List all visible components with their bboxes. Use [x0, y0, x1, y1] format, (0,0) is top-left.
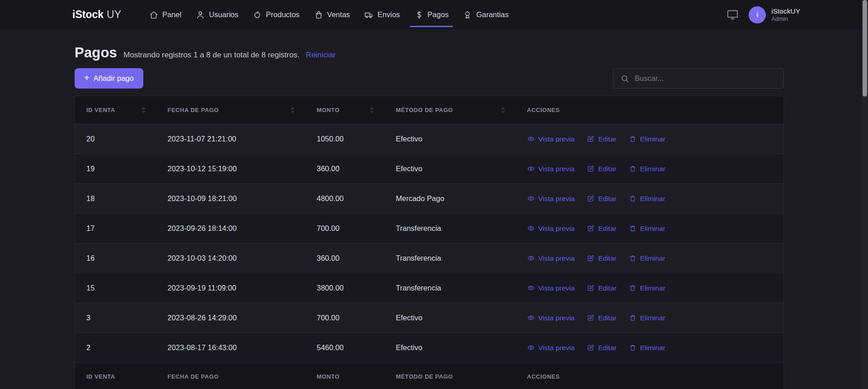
nav-item-envios[interactable]: Envios	[357, 0, 407, 29]
nav-item-ventas[interactable]: Ventas	[307, 0, 357, 29]
brand-logo[interactable]: iStock UY	[72, 9, 121, 21]
cell-acciones: Vista previaEditarEliminar	[516, 214, 784, 244]
action-label: Vista previa	[538, 165, 575, 173]
action-editar[interactable]: Editar	[587, 135, 617, 143]
action-editar[interactable]: Editar	[587, 165, 617, 173]
action-editar[interactable]: Editar	[587, 254, 617, 262]
apple-icon	[253, 10, 262, 19]
user-meta: iStockUY Admin	[771, 7, 800, 23]
column-header-monto[interactable]: MONTO	[306, 96, 385, 124]
add-payment-label: Añadir pago	[94, 74, 134, 83]
action-vista-previa[interactable]: Vista previa	[527, 165, 575, 173]
navbar-right: i iStockUY Admin	[726, 6, 800, 23]
nav-item-label: Usuarios	[209, 10, 238, 19]
sort-icon	[369, 105, 375, 115]
table-row: 202023-11-07 21:21:001050.00EfectivoVist…	[75, 124, 784, 154]
trash-icon	[629, 225, 637, 232]
reset-link[interactable]: Reiniciar	[306, 51, 335, 60]
nav-item-label: Panel	[162, 10, 181, 19]
sort-icon	[290, 105, 296, 115]
user-icon	[196, 10, 205, 19]
nav-item-garantias[interactable]: Garantias	[456, 0, 516, 29]
nav-item-label: Envios	[377, 10, 400, 19]
action-eliminar[interactable]: Eliminar	[629, 195, 665, 203]
cell-metodo-de-pago: Mercado Pago	[385, 184, 516, 214]
cell-acciones: Vista previaEditarEliminar	[516, 124, 784, 154]
action-editar[interactable]: Editar	[587, 284, 617, 292]
action-label: Vista previa	[538, 254, 575, 262]
action-editar[interactable]: Editar	[587, 195, 617, 203]
nav-item-pagos[interactable]: Pagos	[407, 0, 456, 29]
nav-item-label: Ventas	[327, 10, 350, 19]
cell-acciones: Vista previaEditarEliminar	[516, 303, 784, 333]
avatar-letter: i	[756, 11, 758, 19]
action-vista-previa[interactable]: Vista previa	[527, 225, 575, 233]
cell-monto: 4800.00	[306, 184, 385, 214]
action-eliminar[interactable]: Eliminar	[629, 135, 665, 143]
cell-fecha-de-pago: 2023-09-26 18:14:00	[156, 214, 306, 244]
action-editar[interactable]: Editar	[587, 344, 617, 352]
cell-id-venta: 20	[75, 124, 156, 154]
action-vista-previa[interactable]: Vista previa	[527, 254, 575, 262]
column-header-id-venta[interactable]: ID VENTA	[75, 96, 156, 124]
search-input[interactable]	[635, 74, 777, 83]
action-label: Eliminar	[640, 195, 665, 203]
cell-id-venta: 18	[75, 184, 156, 214]
edit-icon	[587, 254, 594, 262]
action-vista-previa[interactable]: Vista previa	[527, 135, 575, 143]
action-eliminar[interactable]: Eliminar	[629, 254, 665, 262]
action-eliminar[interactable]: Eliminar	[629, 284, 665, 292]
table-body: 202023-11-07 21:21:001050.00EfectivoVist…	[75, 124, 784, 363]
search-icon	[620, 74, 629, 83]
eye-icon	[527, 344, 535, 352]
action-vista-previa[interactable]: Vista previa	[527, 284, 575, 292]
action-vista-previa[interactable]: Vista previa	[527, 195, 575, 203]
column-label: MÉTODO DE PAGO	[396, 373, 453, 380]
scrollbar-thumb[interactable]	[863, 0, 867, 97]
action-vista-previa[interactable]: Vista previa	[527, 344, 575, 352]
action-eliminar[interactable]: Eliminar	[629, 344, 665, 352]
cell-fecha-de-pago: 2023-08-26 14:29:00	[156, 303, 306, 333]
action-editar[interactable]: Editar	[587, 314, 617, 322]
user-menu[interactable]: i iStockUY Admin	[749, 6, 800, 23]
table-row: 182023-10-09 18:21:004800.00Mercado Pago…	[75, 184, 784, 214]
avatar[interactable]: i	[749, 6, 766, 23]
action-vista-previa[interactable]: Vista previa	[527, 314, 575, 322]
edit-icon	[587, 195, 594, 202]
action-eliminar[interactable]: Eliminar	[629, 225, 665, 233]
sort-icon	[141, 105, 146, 115]
action-eliminar[interactable]: Eliminar	[629, 165, 665, 173]
cell-id-venta: 19	[75, 154, 156, 184]
cell-acciones: Vista previaEditarEliminar	[516, 333, 784, 363]
action-eliminar[interactable]: Eliminar	[629, 314, 665, 322]
column-footer-acciones: ACCIONES	[516, 363, 784, 389]
nav-item-productos[interactable]: Productos	[245, 0, 307, 29]
monitor-icon[interactable]	[726, 9, 739, 21]
vertical-scrollbar[interactable]	[862, 0, 868, 389]
action-label: Editar	[598, 135, 617, 143]
cell-metodo-de-pago: Efectivo	[385, 124, 516, 154]
table-header: ID VENTAFECHA DE PAGOMONTOMÉTODO DE PAGO…	[75, 96, 784, 124]
edit-icon	[587, 344, 594, 352]
column-footer-id-venta: ID VENTA	[75, 363, 156, 389]
cell-metodo-de-pago: Efectivo	[385, 333, 516, 363]
action-label: Editar	[598, 254, 617, 262]
sort-icon	[500, 105, 506, 115]
column-header-fecha-de-pago[interactable]: FECHA DE PAGO	[156, 96, 306, 124]
eye-icon	[527, 135, 535, 143]
table-row: 32023-08-26 14:29:00700.00EfectivoVista …	[75, 303, 784, 333]
bag-icon	[314, 10, 323, 19]
trash-icon	[629, 165, 637, 173]
table-row: 162023-10-03 14:20:00360.00Transferencia…	[75, 244, 784, 273]
cell-monto: 1050.00	[306, 124, 385, 154]
nav-item-usuarios[interactable]: Usuarios	[189, 0, 245, 29]
cell-monto: 5460.00	[306, 333, 385, 363]
cell-monto: 700.00	[306, 214, 385, 244]
nav-item-panel[interactable]: Panel	[142, 0, 189, 29]
toolbar: + Añadir pago	[75, 68, 784, 89]
action-editar[interactable]: Editar	[587, 225, 617, 233]
add-payment-button[interactable]: + Añadir pago	[75, 68, 143, 89]
cell-acciones: Vista previaEditarEliminar	[516, 273, 784, 303]
column-header-metodo-de-pago[interactable]: MÉTODO DE PAGO	[385, 96, 516, 124]
trash-icon	[629, 135, 637, 143]
